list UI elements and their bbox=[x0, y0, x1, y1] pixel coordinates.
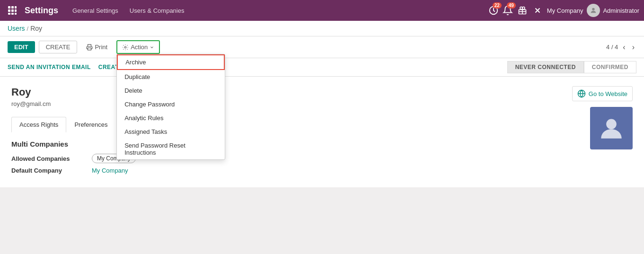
dropdown-item-send-password-reset[interactable]: Send Password Reset Instructions bbox=[117, 139, 225, 159]
dropdown-item-delete[interactable]: Delete bbox=[117, 84, 225, 97]
dropdown-item-assigned-tasks[interactable]: Assigned Tasks bbox=[117, 125, 225, 139]
app-title: Settings bbox=[25, 6, 58, 16]
pagination: 4 / 4 ‹ › bbox=[606, 42, 636, 53]
confirmed-status[interactable]: CONFIRMED bbox=[584, 61, 636, 73]
dropdown-item-archive[interactable]: Archive bbox=[117, 54, 225, 70]
svg-point-15 bbox=[124, 46, 126, 48]
toolbar: EDIT CREATE Print Action bbox=[0, 36, 644, 58]
svg-rect-14 bbox=[88, 48, 91, 50]
bell-badge[interactable]: 49 bbox=[503, 5, 513, 16]
go-to-website-button[interactable]: Go to Website bbox=[572, 86, 633, 101]
user-menu[interactable]: Administrator bbox=[587, 4, 639, 17]
print-button[interactable]: Print bbox=[81, 41, 113, 53]
send-invitation-link[interactable]: SEND AN INVITATION EMAIL bbox=[8, 64, 91, 70]
svg-point-18 bbox=[606, 119, 617, 130]
svg-rect-3 bbox=[8, 9, 10, 12]
default-company-value[interactable]: My Company bbox=[92, 167, 128, 174]
breadcrumb-parent[interactable]: Users bbox=[8, 25, 25, 32]
sub-toolbar: SEND AN INVITATION EMAIL CREATE EMPLOYEE… bbox=[0, 58, 644, 77]
gift-icon[interactable] bbox=[517, 5, 528, 16]
company-name[interactable]: My Company bbox=[547, 7, 583, 14]
go-to-website-label: Go to Website bbox=[589, 90, 627, 97]
dropdown-item-duplicate[interactable]: Duplicate bbox=[117, 70, 225, 84]
tab-preferences[interactable]: Preferences bbox=[66, 117, 115, 132]
svg-rect-8 bbox=[15, 13, 17, 15]
svg-rect-4 bbox=[11, 9, 14, 12]
svg-rect-2 bbox=[15, 6, 17, 9]
edit-button[interactable]: EDIT bbox=[8, 41, 35, 53]
create-button[interactable]: CREATE bbox=[39, 41, 78, 53]
allowed-companies-label: Allowed Companies bbox=[11, 155, 92, 162]
svg-rect-1 bbox=[11, 6, 14, 9]
breadcrumb: Users / Roy bbox=[0, 21, 644, 36]
never-connected-status[interactable]: NEVER CONNECTED bbox=[507, 61, 584, 73]
default-company-label: Default Company bbox=[11, 167, 92, 174]
nav-users-companies[interactable]: Users & Companies bbox=[125, 5, 189, 16]
svg-rect-5 bbox=[15, 9, 17, 12]
action-dropdown-wrapper: Action Archive Duplicate Delete Change P… bbox=[116, 40, 160, 54]
bell-count: 49 bbox=[507, 2, 516, 9]
clock-count: 22 bbox=[493, 2, 502, 9]
user-profile-photo[interactable] bbox=[590, 107, 633, 149]
dropdown-item-change-password[interactable]: Change Password bbox=[117, 97, 225, 111]
close-icon[interactable] bbox=[532, 5, 543, 16]
breadcrumb-current: Roy bbox=[30, 25, 42, 32]
main-content: Roy roy@gmail.cm Access Rights Preferenc… bbox=[0, 77, 644, 187]
svg-rect-6 bbox=[8, 13, 10, 15]
svg-point-13 bbox=[592, 8, 595, 10]
pagination-text: 4 / 4 bbox=[606, 44, 618, 51]
action-label: Action bbox=[131, 44, 148, 51]
grid-menu-icon[interactable] bbox=[5, 3, 20, 18]
svg-rect-0 bbox=[8, 6, 10, 9]
default-company-row: Default Company My Company bbox=[11, 167, 157, 174]
print-label: Print bbox=[95, 44, 107, 51]
action-dropdown-menu: Archive Duplicate Delete Change Password… bbox=[116, 54, 225, 160]
nav-general-settings[interactable]: General Settings bbox=[68, 5, 123, 16]
dropdown-item-analytic-rules[interactable]: Analytic Rules bbox=[117, 111, 225, 125]
nav-links: General Settings Users & Companies bbox=[68, 5, 189, 16]
right-panel: Go to Website bbox=[572, 86, 633, 149]
pagination-prev[interactable]: ‹ bbox=[621, 42, 627, 53]
pagination-next[interactable]: › bbox=[630, 42, 636, 53]
svg-rect-7 bbox=[11, 13, 14, 15]
top-navigation: Settings General Settings Users & Compan… bbox=[0, 0, 644, 21]
user-avatar bbox=[587, 4, 600, 17]
action-button[interactable]: Action bbox=[116, 40, 160, 54]
nav-right-section: 22 49 bbox=[488, 4, 639, 17]
user-name: Administrator bbox=[603, 7, 639, 14]
breadcrumb-separator: / bbox=[27, 25, 29, 32]
tab-access-rights[interactable]: Access Rights bbox=[11, 117, 66, 132]
clock-badge[interactable]: 22 bbox=[488, 5, 499, 16]
